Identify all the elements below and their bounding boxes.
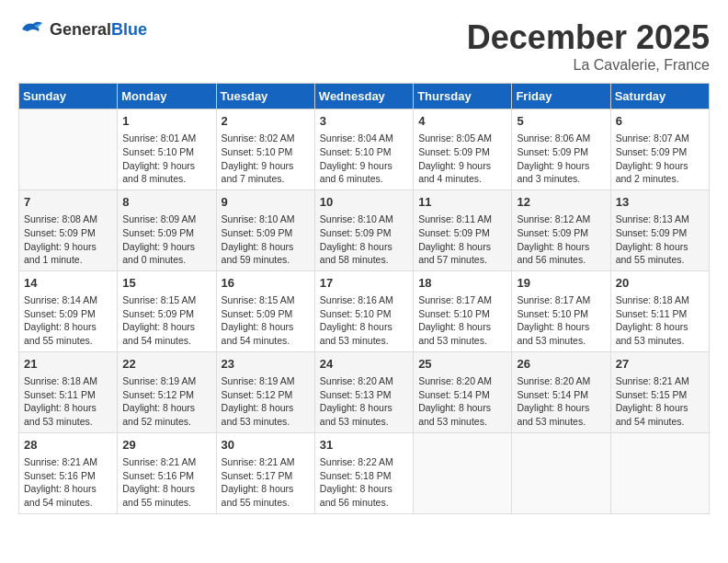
day-number: 17	[320, 275, 408, 292]
day-info: Sunrise: 8:21 AM Sunset: 5:15 PM Dayligh…	[616, 374, 704, 429]
day-number: 15	[122, 275, 210, 292]
day-number: 11	[418, 194, 506, 211]
logo-bird-icon	[18, 18, 46, 40]
day-number: 14	[24, 275, 112, 292]
calendar-header-thursday: Thursday	[414, 84, 512, 109]
calendar-cell	[610, 432, 709, 513]
logo: GeneralBlue	[18, 18, 147, 40]
day-number: 12	[517, 194, 605, 211]
day-info: Sunrise: 8:20 AM Sunset: 5:13 PM Dayligh…	[320, 374, 408, 429]
day-info: Sunrise: 8:13 AM Sunset: 5:09 PM Dayligh…	[616, 213, 704, 267]
calendar-cell: 29Sunrise: 8:21 AM Sunset: 5:16 PM Dayli…	[118, 432, 216, 513]
month-title: December 2025	[467, 18, 710, 57]
day-number: 24	[320, 356, 408, 373]
day-info: Sunrise: 8:01 AM Sunset: 5:10 PM Dayligh…	[122, 132, 210, 186]
calendar-cell: 2Sunrise: 8:02 AM Sunset: 5:10 PM Daylig…	[216, 109, 314, 190]
calendar-cell: 16Sunrise: 8:15 AM Sunset: 5:09 PM Dayli…	[216, 270, 314, 351]
day-number: 7	[24, 194, 112, 211]
calendar-table: SundayMondayTuesdayWednesdayThursdayFrid…	[18, 83, 710, 514]
calendar-header-monday: Monday	[118, 84, 216, 109]
day-number: 3	[320, 113, 408, 130]
location-title: La Cavalerie, France	[467, 57, 710, 74]
day-info: Sunrise: 8:06 AM Sunset: 5:09 PM Dayligh…	[517, 132, 605, 186]
day-info: Sunrise: 8:14 AM Sunset: 5:09 PM Dayligh…	[24, 293, 112, 348]
day-info: Sunrise: 8:15 AM Sunset: 5:09 PM Dayligh…	[122, 293, 210, 348]
calendar-week-row: 14Sunrise: 8:14 AM Sunset: 5:09 PM Dayli…	[19, 270, 710, 351]
day-number: 1	[122, 113, 210, 130]
calendar-cell: 15Sunrise: 8:15 AM Sunset: 5:09 PM Dayli…	[118, 270, 216, 351]
calendar-week-row: 7Sunrise: 8:08 AM Sunset: 5:09 PM Daylig…	[19, 190, 710, 270]
calendar-cell: 8Sunrise: 8:09 AM Sunset: 5:09 PM Daylig…	[118, 190, 216, 270]
day-number: 13	[616, 194, 704, 211]
calendar-cell: 5Sunrise: 8:06 AM Sunset: 5:09 PM Daylig…	[512, 109, 610, 190]
calendar-week-row: 28Sunrise: 8:21 AM Sunset: 5:16 PM Dayli…	[19, 432, 710, 513]
day-number: 6	[616, 113, 704, 130]
calendar-cell: 20Sunrise: 8:18 AM Sunset: 5:11 PM Dayli…	[610, 270, 709, 351]
day-info: Sunrise: 8:20 AM Sunset: 5:14 PM Dayligh…	[517, 374, 605, 429]
calendar-header-friday: Friday	[512, 84, 610, 109]
calendar-cell: 19Sunrise: 8:17 AM Sunset: 5:10 PM Dayli…	[512, 270, 610, 351]
day-info: Sunrise: 8:05 AM Sunset: 5:09 PM Dayligh…	[418, 132, 506, 186]
day-number: 21	[24, 356, 112, 373]
day-info: Sunrise: 8:17 AM Sunset: 5:10 PM Dayligh…	[418, 293, 506, 348]
calendar-cell: 17Sunrise: 8:16 AM Sunset: 5:10 PM Dayli…	[314, 270, 413, 351]
day-number: 30	[222, 437, 310, 454]
day-number: 26	[517, 356, 605, 373]
day-number: 27	[616, 356, 704, 373]
day-number: 5	[517, 113, 605, 130]
calendar-cell: 23Sunrise: 8:19 AM Sunset: 5:12 PM Dayli…	[216, 351, 314, 432]
day-info: Sunrise: 8:07 AM Sunset: 5:09 PM Dayligh…	[616, 132, 704, 186]
calendar-cell: 25Sunrise: 8:20 AM Sunset: 5:14 PM Dayli…	[414, 351, 512, 432]
day-info: Sunrise: 8:19 AM Sunset: 5:12 PM Dayligh…	[222, 374, 310, 429]
day-info: Sunrise: 8:08 AM Sunset: 5:09 PM Dayligh…	[24, 213, 112, 267]
day-info: Sunrise: 8:17 AM Sunset: 5:10 PM Dayligh…	[517, 293, 605, 348]
calendar-cell: 12Sunrise: 8:12 AM Sunset: 5:09 PM Dayli…	[512, 190, 610, 270]
calendar-week-row: 21Sunrise: 8:18 AM Sunset: 5:11 PM Dayli…	[19, 351, 710, 432]
day-info: Sunrise: 8:10 AM Sunset: 5:09 PM Dayligh…	[222, 213, 310, 267]
day-info: Sunrise: 8:12 AM Sunset: 5:09 PM Dayligh…	[517, 213, 605, 267]
calendar-cell: 22Sunrise: 8:19 AM Sunset: 5:12 PM Dayli…	[118, 351, 216, 432]
calendar-header-row: SundayMondayTuesdayWednesdayThursdayFrid…	[19, 84, 710, 109]
day-number: 19	[517, 275, 605, 292]
day-info: Sunrise: 8:16 AM Sunset: 5:10 PM Dayligh…	[320, 293, 408, 348]
day-number: 16	[222, 275, 310, 292]
calendar-cell: 7Sunrise: 8:08 AM Sunset: 5:09 PM Daylig…	[19, 190, 118, 270]
calendar-cell: 10Sunrise: 8:10 AM Sunset: 5:09 PM Dayli…	[314, 190, 413, 270]
calendar-header-wednesday: Wednesday	[314, 84, 413, 109]
day-info: Sunrise: 8:21 AM Sunset: 5:17 PM Dayligh…	[222, 455, 310, 510]
day-info: Sunrise: 8:20 AM Sunset: 5:14 PM Dayligh…	[418, 374, 506, 429]
calendar-header-tuesday: Tuesday	[216, 84, 314, 109]
day-info: Sunrise: 8:10 AM Sunset: 5:09 PM Dayligh…	[320, 213, 408, 267]
day-number: 2	[222, 113, 310, 130]
day-number: 9	[222, 194, 310, 211]
calendar-cell: 31Sunrise: 8:22 AM Sunset: 5:18 PM Dayli…	[314, 432, 413, 513]
day-info: Sunrise: 8:02 AM Sunset: 5:10 PM Dayligh…	[222, 132, 310, 186]
calendar-cell: 21Sunrise: 8:18 AM Sunset: 5:11 PM Dayli…	[19, 351, 118, 432]
day-number: 20	[616, 275, 704, 292]
calendar-cell: 9Sunrise: 8:10 AM Sunset: 5:09 PM Daylig…	[216, 190, 314, 270]
day-info: Sunrise: 8:04 AM Sunset: 5:10 PM Dayligh…	[320, 132, 408, 186]
logo-blue: Blue	[111, 20, 147, 39]
calendar-cell: 3Sunrise: 8:04 AM Sunset: 5:10 PM Daylig…	[314, 109, 413, 190]
calendar-header-saturday: Saturday	[610, 84, 709, 109]
calendar-cell: 18Sunrise: 8:17 AM Sunset: 5:10 PM Dayli…	[414, 270, 512, 351]
calendar-cell: 30Sunrise: 8:21 AM Sunset: 5:17 PM Dayli…	[216, 432, 314, 513]
page-header: GeneralBlue December 2025 La Cavalerie, …	[18, 18, 710, 74]
calendar-week-row: 1Sunrise: 8:01 AM Sunset: 5:10 PM Daylig…	[19, 109, 710, 190]
day-info: Sunrise: 8:19 AM Sunset: 5:12 PM Dayligh…	[122, 374, 210, 429]
calendar-cell: 6Sunrise: 8:07 AM Sunset: 5:09 PM Daylig…	[610, 109, 709, 190]
calendar-cell: 4Sunrise: 8:05 AM Sunset: 5:09 PM Daylig…	[414, 109, 512, 190]
calendar-cell	[19, 109, 118, 190]
day-info: Sunrise: 8:22 AM Sunset: 5:18 PM Dayligh…	[320, 455, 408, 510]
day-info: Sunrise: 8:18 AM Sunset: 5:11 PM Dayligh…	[24, 374, 112, 429]
day-number: 23	[222, 356, 310, 373]
day-number: 10	[320, 194, 408, 211]
calendar-header-sunday: Sunday	[19, 84, 118, 109]
title-area: December 2025 La Cavalerie, France	[467, 18, 710, 74]
logo-text: GeneralBlue	[50, 20, 147, 40]
calendar-cell	[414, 432, 512, 513]
day-info: Sunrise: 8:09 AM Sunset: 5:09 PM Dayligh…	[122, 213, 210, 267]
day-number: 29	[122, 437, 210, 454]
day-number: 25	[418, 356, 506, 373]
day-info: Sunrise: 8:18 AM Sunset: 5:11 PM Dayligh…	[616, 293, 704, 348]
